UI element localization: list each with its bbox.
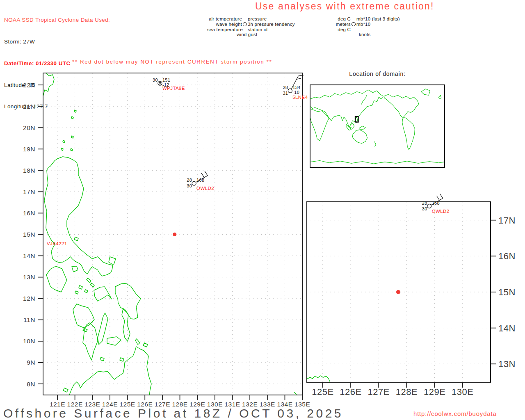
sea-temperature-value: 31 [283, 91, 288, 96]
y-tick-label: 14N [23, 252, 35, 259]
station-id-label: WPJTA9E [162, 86, 185, 91]
station-OWLD2: 2830168OWLD2 [187, 171, 214, 191]
legend-wave-height-label: wave height [207, 22, 242, 27]
y-tick-label: 22N [23, 82, 35, 89]
legend-mb10-label: mb*10 [356, 22, 370, 27]
coastline [107, 337, 121, 345]
coastline [135, 339, 140, 345]
world-map-svg [310, 85, 444, 167]
y-tick-label: 17N [23, 188, 35, 195]
y-tick-label: 13N [498, 359, 516, 369]
pressure-value: 168 [432, 201, 440, 205]
coastline [71, 116, 73, 119]
world-coastline [438, 95, 441, 99]
x-tick-label: 130E [452, 387, 473, 397]
storm-position-warning: ** Red dot below may NOT represent CURRE… [72, 59, 272, 65]
world-inset-title: Location of domain: [310, 71, 445, 77]
pressure-value: 151 [162, 78, 170, 82]
y-tick-label: 19N [23, 146, 35, 153]
air-temperature-value: 28 [422, 201, 427, 205]
air-temperature-value: 28 [283, 85, 288, 90]
coastline [69, 347, 151, 395]
station-units-legend: deg C mb*10 (last 3 digits) meters mb*10… [327, 16, 426, 37]
legend-degc-label: deg C [327, 16, 351, 22]
coastline [143, 343, 148, 347]
coastline [100, 357, 104, 361]
air-temperature-value: 28 [187, 178, 192, 183]
legend-tendency-label: 3h pressure tendency [248, 22, 295, 27]
wind-barb [205, 171, 208, 176]
plot-title: Offshore Surface Plot at 18Z / OCT 03, 2… [3, 406, 343, 420]
station-WPJTA9E: 30151-12WPJTA9E [153, 78, 185, 91]
station-id-label: OWLD2 [196, 186, 214, 191]
calm-inner-circle-icon [159, 82, 161, 84]
coastline [94, 287, 112, 301]
coastline [87, 278, 91, 283]
world-coastline [421, 89, 430, 95]
coastline [109, 257, 116, 265]
y-tick-label: 10N [23, 338, 35, 345]
surface-plot-page: NOAA SSD Tropical Cyclone Data Used: Sto… [0, 0, 525, 420]
coastline [71, 136, 73, 138]
station-id-label: 5LNE4 [292, 95, 308, 100]
y-tick-label: 12N [23, 295, 35, 302]
coastline [79, 285, 82, 289]
storm-position-dot [173, 233, 176, 236]
legend-meters-label: meters [327, 22, 351, 27]
station-model-legend: air temperature pressure wave height 3h … [207, 16, 301, 37]
wind-barb [201, 173, 204, 178]
station-circle-icon [288, 89, 292, 93]
x-tick-label: 126E [340, 387, 361, 397]
legend-air-temp-label: air temperature [207, 16, 242, 22]
coastline [83, 328, 87, 332]
coastline [72, 266, 78, 272]
legend-sea-temp-label: sea temperature [207, 27, 242, 32]
world-coastline [310, 90, 383, 127]
coastline [75, 291, 78, 294]
legend-mb10-digits-label: mb*10 (last 3 digits) [356, 16, 400, 22]
x-tick-label: 129E [424, 387, 445, 397]
station-VJA4221: VJA4221 [47, 241, 67, 246]
world-inset-map [310, 84, 445, 168]
y-tick-label: 15N [498, 287, 516, 297]
x-tick-label: 125E [312, 387, 333, 397]
station-OWLD2: 2830168OWLD2 [422, 194, 450, 214]
world-coastline [402, 117, 415, 150]
data-source-line: NOAA SSD Tropical Cyclone Data Used: [4, 16, 110, 24]
legend-knots-label: knots [359, 32, 426, 37]
coastline [63, 388, 68, 392]
y-tick-label: 15N [23, 231, 35, 238]
y-tick-label: 20N [23, 124, 35, 131]
coastline [61, 148, 63, 151]
coastline [98, 313, 108, 345]
pressure-value: 134 [292, 85, 300, 90]
station-circle-icon [243, 22, 247, 26]
station-id-label: VJA4221 [47, 241, 67, 246]
station-circle-icon [352, 22, 356, 26]
legend-station-id-label: station id [248, 27, 267, 32]
coastline [294, 392, 297, 395]
wind-barb [297, 78, 301, 79]
y-tick-label: 17N [498, 215, 516, 226]
coastline [84, 290, 88, 293]
y-tick-label: 21N [23, 103, 35, 110]
y-tick-label: 9N [27, 359, 35, 366]
coastline [63, 140, 65, 143]
storm-id-line: Storm: 27W [4, 38, 110, 46]
world-coastline [352, 130, 367, 143]
y-tick-label: 11N [23, 316, 35, 323]
coastline [44, 157, 113, 276]
x-tick-label: 128E [396, 387, 418, 397]
coastline [120, 358, 124, 361]
source-url-link[interactable]: http://coolwx.com/buoydata [413, 410, 497, 417]
y-tick-label: 13N [23, 274, 35, 281]
coastline [90, 283, 94, 287]
wind-barb [437, 196, 440, 201]
y-tick-label: 16N [498, 251, 516, 261]
world-coastline [350, 123, 354, 128]
coastline [43, 73, 54, 96]
legend-wind-gust-label: wind gust [237, 32, 301, 37]
coastline [307, 376, 330, 382]
sea-temperature-value: 30 [422, 206, 427, 211]
coastline [122, 309, 130, 341]
